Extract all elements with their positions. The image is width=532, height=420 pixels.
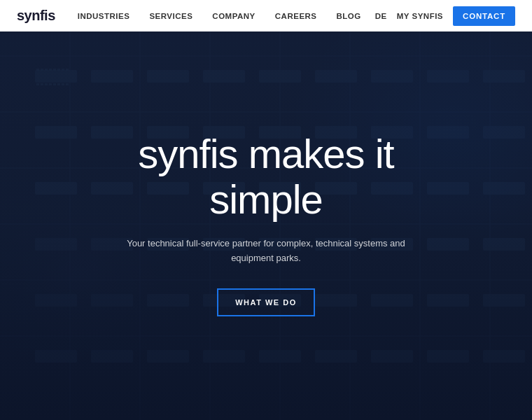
nav-right: DE MY SYNFIS CONTACT — [375, 6, 515, 26]
hero-cta-button[interactable]: WHAT WE DO — [217, 288, 315, 316]
nav-links: INDUSTRIES SERVICES COMPANY CAREERS BLOG — [78, 12, 361, 20]
nav-link-industries[interactable]: INDUSTRIES — [78, 12, 130, 20]
navbar: synfis INDUSTRIES SERVICES COMPANY CAREE… — [0, 0, 532, 31]
hero-subtitle: Your technical full-service partner for … — [126, 237, 406, 266]
nav-link-company[interactable]: COMPANY — [212, 12, 255, 20]
nav-contact-button[interactable]: CONTACT — [453, 6, 515, 26]
hero-section: synfis makes it simple Your technical fu… — [0, 0, 532, 420]
nav-link-services[interactable]: SERVICES — [149, 12, 192, 20]
nav-mysynfis-link[interactable]: MY SYNFIS — [397, 12, 443, 20]
nav-link-blog[interactable]: BLOG — [337, 12, 361, 20]
nav-language-de[interactable]: DE — [375, 12, 387, 20]
brand-logo[interactable]: synfis — [17, 8, 55, 24]
hero-title: synfis makes it simple — [138, 132, 393, 223]
hero-content: synfis makes it simple Your technical fu… — [0, 14, 532, 420]
nav-link-careers[interactable]: CAREERS — [275, 12, 317, 20]
